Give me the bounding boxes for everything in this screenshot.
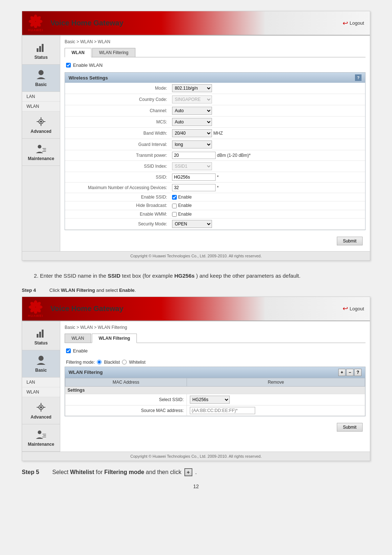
ssid-input[interactable] <box>172 174 216 181</box>
select-ssid-label: Select SSID: <box>65 394 187 405</box>
mode-select[interactable]: 802.11b/g/n <box>172 84 212 92</box>
sidebar-item-maintenance[interactable]: Maintenance <box>22 139 60 166</box>
sidebar2-item-maintenance[interactable]: Maintenance <box>22 424 60 452</box>
step2-ssid-bold: SSID <box>108 273 121 279</box>
source-mac-input[interactable] <box>190 407 255 414</box>
enable-filter-row: Enable <box>65 346 366 356</box>
filter-settings-row: Settings <box>65 386 365 394</box>
hide-broadcast-checkbox[interactable] <box>172 204 177 208</box>
submit-button-2[interactable]: Submit <box>337 423 363 432</box>
tab2-wlan-filtering[interactable]: WLAN Filtering <box>92 334 137 343</box>
wireless-settings-section: Wireless Settings ? Mode: 802.11b/g/n <box>65 72 366 230</box>
tab2-wlan[interactable]: WLAN <box>65 334 91 343</box>
router-header-2: HUAWEI Voice Home Gateway ↩ Logout <box>22 297 370 321</box>
sidebar-item-status[interactable]: Status <box>22 37 60 65</box>
ssid-filter-select[interactable]: HG256s <box>190 396 230 404</box>
filter-table-title: WLAN Filtering <box>69 370 103 375</box>
router-panel-2: HUAWEI Voice Home Gateway ↩ Logout S <box>22 297 370 461</box>
settings-header: Wireless Settings ? <box>65 73 365 83</box>
router-header: HUAWEI Voice Home Gateway ↩ Logout <box>22 11 370 36</box>
filter-mode-row: Filtering mode: Blacklist Whitelist <box>65 358 366 367</box>
step4-instruction: Click WLAN Filtering and select Enable. <box>49 287 136 293</box>
filter-table-header: WLAN Filtering + − ? <box>65 367 365 378</box>
field-mode-value: 802.11b/g/n <box>170 83 365 94</box>
field-enable-ssid-label: Enable SSID: <box>65 193 170 201</box>
step5-label: Step 5 <box>22 469 44 476</box>
sidebar-item-advanced[interactable]: Advanced <box>22 111 60 139</box>
sidebar-sub-lan[interactable]: LAN <box>22 92 60 102</box>
step2-text: Enter the SSID name in the SSID text box… <box>22 272 370 280</box>
sidebar-item-basic[interactable]: Basic <box>22 65 60 92</box>
field-hide-broadcast-value: Enable <box>170 201 365 210</box>
advanced-icon-2 <box>35 401 47 413</box>
whitelist-radio[interactable] <box>122 360 127 364</box>
help-filter-button[interactable]: ? <box>354 369 362 376</box>
remove-header: Remove <box>187 378 365 386</box>
sub-items-basic-2: LAN WLAN <box>22 378 60 397</box>
sidebar2-sub-wlan[interactable]: WLAN <box>22 387 60 397</box>
field-bandwidth-label: Band Width: <box>65 128 170 139</box>
submit-row-2: Submit <box>65 420 366 434</box>
sidebar2-item-basic[interactable]: Basic <box>22 350 60 378</box>
max-devices-input[interactable] <box>172 184 216 191</box>
copyright-2: Copyright © Huawei Technologies Co., Ltd… <box>22 452 370 461</box>
enable-wlan-checkbox[interactable] <box>66 63 71 68</box>
add-filter-button[interactable]: + <box>338 369 346 376</box>
transmit-input[interactable] <box>172 152 216 159</box>
breadcrumb-1: Basic > WLAN > WLAN <box>65 38 366 45</box>
svg-rect-8 <box>37 48 38 52</box>
basic-icon-2 <box>35 355 47 366</box>
field-max-devices-value: * <box>170 183 365 193</box>
bandwidth-select[interactable]: 20/40 <box>172 129 212 137</box>
field-mode: Mode: 802.11b/g/n <box>65 83 365 94</box>
channel-select[interactable]: Auto <box>172 107 212 115</box>
tab-wlan[interactable]: WLAN <box>65 48 91 57</box>
mcs-select[interactable]: Auto <box>172 118 212 126</box>
field-channel-value: Auto <box>170 105 365 117</box>
svg-rect-9 <box>39 46 41 52</box>
security-select[interactable]: OPEN <box>172 220 212 228</box>
ssid-required: * <box>217 175 219 180</box>
sidebar2-item-status[interactable]: Status <box>22 323 60 350</box>
help-button[interactable]: ? <box>355 74 362 81</box>
submit-button-1[interactable]: Submit <box>337 237 363 245</box>
blacklist-label: Blacklist <box>104 360 120 365</box>
header-left: HUAWEI Voice Home Gateway <box>28 14 123 32</box>
logout-button-2[interactable]: ↩ Logout <box>343 305 364 313</box>
field-transmit-label: Transmit power: <box>65 150 170 161</box>
field-enable-ssid-value: Enable <box>170 193 365 201</box>
field-country-label: Country Code: <box>65 94 170 105</box>
field-security-label: Security Mode: <box>65 218 170 229</box>
wmm-checkbox[interactable] <box>172 212 177 217</box>
field-max-devices-label: Maximum Number of Accessing Devices: <box>65 183 170 193</box>
field-security: Security Mode: OPEN <box>65 218 365 229</box>
step2-text-middle: text box (for example <box>122 273 174 279</box>
toolbar-buttons: + − ? <box>338 369 362 376</box>
tab-wlan-filtering[interactable]: WLAN Filtering <box>92 48 135 57</box>
blacklist-radio[interactable] <box>97 360 102 364</box>
guard-select[interactable]: long <box>172 140 212 148</box>
filter-table-section: WLAN Filtering + − ? MAC Address Remove <box>65 367 366 416</box>
filter-mode-label: Filtering mode: <box>66 360 95 365</box>
sidebar-advanced-label: Advanced <box>30 129 51 134</box>
enable-filter-checkbox[interactable] <box>66 348 71 353</box>
field-mode-label: Mode: <box>65 83 170 94</box>
sidebar2-sub-lan[interactable]: LAN <box>22 378 60 387</box>
settings-title: Wireless Settings <box>69 75 108 81</box>
sidebar2-basic-label: Basic <box>35 368 47 373</box>
svg-rect-19 <box>42 148 46 149</box>
step5-instruction: Select Whitelist for Filtering mode and … <box>52 469 181 476</box>
sidebar-maintenance-label: Maintenance <box>28 156 54 161</box>
svg-point-11 <box>38 70 44 75</box>
sidebar-sub-wlan[interactable]: WLAN <box>22 102 60 111</box>
field-mcs-label: MCS: <box>65 117 170 128</box>
sidebar2-item-advanced[interactable]: Advanced <box>22 397 60 424</box>
sub-items-basic: LAN WLAN <box>22 92 60 111</box>
huawei-logo-icon <box>28 14 43 28</box>
main-content-panel2: Basic > WLAN > WLAN Filtering WLAN WLAN … <box>60 321 370 452</box>
field-ssid-index-label: SSID Index: <box>65 161 170 172</box>
remove-filter-button[interactable]: − <box>346 369 354 376</box>
logout-button[interactable]: ↩ Logout <box>343 19 364 27</box>
enable-ssid-checkbox[interactable] <box>172 195 177 200</box>
field-channel-label: Channel: <box>65 105 170 117</box>
